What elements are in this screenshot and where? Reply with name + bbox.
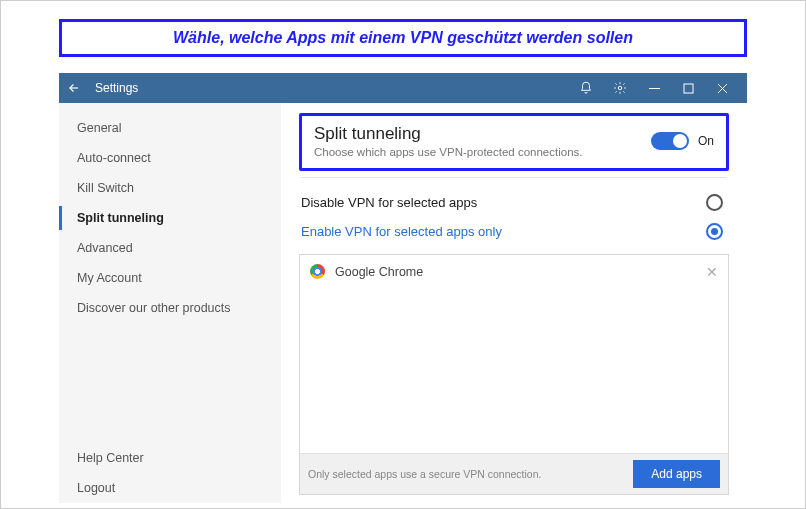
annotation-text: Wähle, welche Apps mit einem VPN geschüt… [173, 29, 633, 47]
main-panel: Split tunneling Choose which apps use VP… [281, 103, 747, 503]
sidebar-item-autoconnect[interactable]: Auto-connect [59, 143, 281, 173]
radio-icon [706, 223, 723, 240]
option-disable-vpn[interactable]: Disable VPN for selected apps [299, 188, 729, 217]
chrome-icon [310, 264, 325, 279]
app-row[interactable]: Google Chrome ✕ [300, 255, 728, 288]
sidebar: General Auto-connect Kill Switch Split t… [59, 103, 281, 503]
section-header: Split tunneling Choose which apps use VP… [299, 113, 729, 171]
remove-app-icon[interactable]: ✕ [706, 265, 718, 279]
close-button[interactable] [705, 73, 739, 103]
sidebar-item-help[interactable]: Help Center [59, 443, 281, 473]
svg-rect-1 [649, 88, 660, 89]
divider [301, 177, 727, 178]
minimize-button[interactable] [637, 73, 671, 103]
option-label: Disable VPN for selected apps [301, 195, 477, 210]
sidebar-label: Help Center [77, 451, 144, 465]
app-body: General Auto-connect Kill Switch Split t… [59, 103, 747, 503]
annotation-banner: Wähle, welche Apps mit einem VPN geschüt… [59, 19, 747, 57]
sidebar-label: Advanced [77, 241, 133, 255]
gear-icon[interactable] [603, 73, 637, 103]
option-enable-vpn-only[interactable]: Enable VPN for selected apps only [299, 217, 729, 246]
svg-point-0 [618, 86, 622, 90]
section-subtitle: Choose which apps use VPN-protected conn… [314, 146, 583, 158]
titlebar: Settings [59, 73, 747, 103]
apps-list-box: Google Chrome ✕ Only selected apps use a… [299, 254, 729, 495]
sidebar-item-advanced[interactable]: Advanced [59, 233, 281, 263]
sidebar-item-split-tunneling[interactable]: Split tunneling [59, 203, 281, 233]
sidebar-item-myaccount[interactable]: My Account [59, 263, 281, 293]
sidebar-label: General [77, 121, 121, 135]
apps-empty-area [300, 288, 728, 453]
radio-icon [706, 194, 723, 211]
app-name: Google Chrome [335, 265, 423, 279]
apps-footer: Only selected apps use a secure VPN conn… [300, 453, 728, 494]
sidebar-label: My Account [77, 271, 142, 285]
sidebar-label: Logout [77, 481, 115, 495]
maximize-button[interactable] [671, 73, 705, 103]
bell-icon[interactable] [569, 73, 603, 103]
sidebar-label: Discover our other products [77, 301, 231, 315]
back-button[interactable] [67, 81, 81, 95]
sidebar-item-logout[interactable]: Logout [59, 473, 281, 503]
sidebar-label: Kill Switch [77, 181, 134, 195]
section-title: Split tunneling [314, 124, 583, 144]
option-label: Enable VPN for selected apps only [301, 224, 502, 239]
svg-rect-2 [684, 84, 693, 93]
window-title: Settings [95, 81, 138, 95]
toggle-switch-icon [651, 132, 689, 150]
sidebar-item-discover[interactable]: Discover our other products [59, 293, 281, 323]
split-tunneling-toggle[interactable]: On [651, 132, 714, 150]
add-apps-button[interactable]: Add apps [633, 460, 720, 488]
apps-footer-hint: Only selected apps use a secure VPN conn… [308, 468, 541, 480]
sidebar-item-general[interactable]: General [59, 113, 281, 143]
toggle-label: On [698, 134, 714, 148]
sidebar-label: Auto-connect [77, 151, 151, 165]
sidebar-label: Split tunneling [77, 211, 164, 225]
sidebar-item-killswitch[interactable]: Kill Switch [59, 173, 281, 203]
